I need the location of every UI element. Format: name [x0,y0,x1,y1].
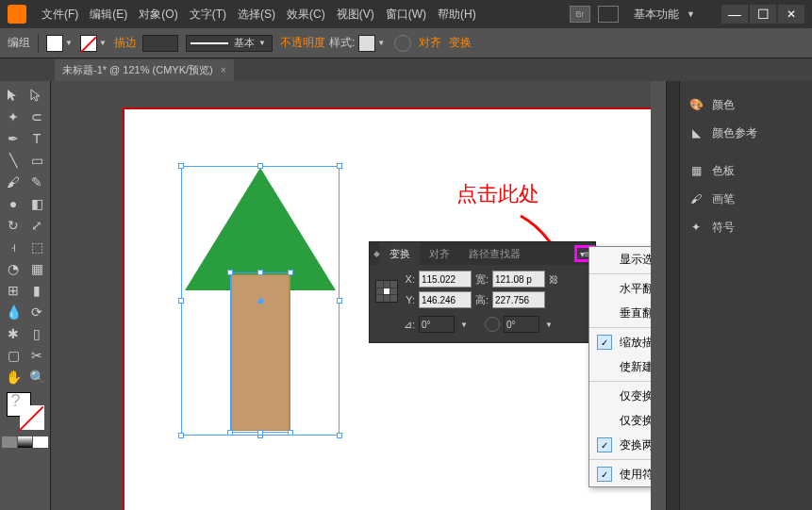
check-icon: ✓ [597,467,612,482]
toolbox: ✦⊂ ✒T ╲▭ 🖌✎ ●◧ ↻⤢ ⫞⬚ ◔▦ ⊞▮ 💧⟳ ✱▯ ▢✂ ✋🔍 ? [0,81,51,510]
selection-type-label: 编组 [8,35,30,51]
swatches-icon: ▦ [688,162,704,179]
blend-tool[interactable]: ⟳ [25,302,48,322]
perspective-tool[interactable]: ▦ [25,258,48,279]
tab-title: 未标题-1* @ 121% (CMYK/预览) [62,63,213,77]
style-label: 样式: [329,35,355,51]
magic-wand-tool[interactable]: ✦ [2,107,25,127]
menu-select[interactable]: 选择(S) [232,3,281,26]
eyedropper-tool[interactable]: 💧 [2,302,25,322]
opacity-label[interactable]: 不透明度 [280,35,325,51]
reference-point[interactable] [375,280,398,303]
scale-tool[interactable]: ⤢ [25,215,48,236]
stroke-profile[interactable]: 基本▼ [186,35,273,52]
panel-swatches[interactable]: ▦色板 [684,156,808,185]
stroke-label[interactable]: 描边 [114,35,137,51]
palette-icon: 🎨 [688,96,704,113]
arrange-docs-icon[interactable] [598,6,619,23]
artboard-tool[interactable]: ▢ [2,345,25,366]
selection-bounds-inner [230,272,290,433]
menu-window[interactable]: 窗口(W) [380,3,432,26]
stroke-weight-input[interactable] [142,35,178,52]
paintbrush-tool[interactable]: 🖌 [2,172,25,192]
recolor-icon[interactable] [394,35,411,52]
shape-builder-tool[interactable]: ◔ [2,258,25,279]
stroke-swatch[interactable] [80,35,97,52]
menu-effect[interactable]: 效果(C) [281,3,331,26]
height-input[interactable] [492,291,545,308]
rotate-tool[interactable]: ↻ [2,215,25,236]
transform-tab[interactable]: 变换 [380,242,420,265]
w-label: 宽: [475,272,489,287]
shear-input[interactable] [504,316,539,333]
pathfinder-tab[interactable]: 路径查找器 [459,242,530,265]
check-icon: ✓ [597,437,612,452]
panel-symbols[interactable]: ✦符号 [684,213,808,241]
color-guide-icon: ◣ [688,124,704,141]
fill-swatch[interactable] [46,35,63,52]
lasso-tool[interactable]: ⊂ [25,107,48,127]
panel-collapse-icon[interactable]: ◆ [373,249,380,258]
right-panel-dock: 🎨颜色 ◣颜色参考 ▦色板 🖌画笔 ✦符号 [666,81,812,510]
x-label: X: [402,273,415,285]
menu-edit[interactable]: 编辑(E) [84,3,133,26]
y-input[interactable] [419,291,472,308]
menu-type[interactable]: 文字(T) [184,3,232,26]
line-tool[interactable]: ╲ [2,150,25,171]
panel-dock-toggle[interactable] [667,81,680,510]
panel-brushes[interactable]: 🖌画笔 [684,185,808,213]
menu-file[interactable]: 文件(F) [36,3,84,26]
transform-label[interactable]: 变换 [449,35,472,51]
window-maximize[interactable]: ☐ [750,5,776,24]
document-tabbar: 未标题-1* @ 121% (CMYK/预览) × [0,58,812,81]
canvas-area[interactable]: 点击此处 ◆ 变换 对齐 路径查找器 ▾≡ [51,81,666,510]
free-transform-tool[interactable]: ⬚ [25,237,48,257]
rotate-label: ⊿: [402,319,415,331]
window-close[interactable]: ✕ [778,5,804,24]
check-icon: ✓ [597,335,612,350]
eraser-tool[interactable]: ◧ [25,193,48,214]
workspace-switcher[interactable]: 基本功能 [634,7,679,23]
rectangle-tool[interactable]: ▭ [25,150,48,171]
shear-icon [485,317,500,332]
x-input[interactable] [419,271,472,288]
menu-help[interactable]: 帮助(H) [432,3,482,26]
gradient-tool[interactable]: ▮ [25,280,48,301]
vertical-scrollbar[interactable] [651,81,666,510]
tab-close-icon[interactable]: × [221,65,226,75]
menu-object[interactable]: 对象(O) [133,3,183,26]
mesh-tool[interactable]: ⊞ [2,280,25,301]
type-tool[interactable]: T [25,128,48,149]
graphic-style-swatch[interactable] [358,35,375,52]
rotate-input[interactable] [419,316,455,333]
blob-brush-tool[interactable]: ● [2,193,25,214]
symbol-sprayer-tool[interactable]: ✱ [2,323,25,344]
constrain-link-icon[interactable]: ⛓ [549,274,562,285]
fill-stroke-control[interactable]: ? [7,392,44,430]
annotation-text: 点击此处 [456,180,539,208]
hand-tool[interactable]: ✋ [2,367,25,387]
menubar: 文件(F) 编辑(E) 对象(O) 文字(T) 选择(S) 效果(C) 视图(V… [0,0,812,28]
transform-panel: ◆ 变换 对齐 路径查找器 ▾≡ X: [369,241,596,343]
brushes-icon: 🖌 [688,190,704,207]
align-tab[interactable]: 对齐 [420,242,459,265]
selection-tool[interactable] [2,85,25,106]
zoom-tool[interactable]: 🔍 [25,367,48,387]
bridge-icon[interactable]: Br [570,6,590,23]
window-minimize[interactable]: ― [721,5,748,24]
slice-tool[interactable]: ✂ [25,345,48,366]
pen-tool[interactable]: ✒ [2,128,25,149]
document-tab[interactable]: 未标题-1* @ 121% (CMYK/预览) × [55,59,234,81]
panel-color[interactable]: 🎨颜色 [684,90,808,119]
pencil-tool[interactable]: ✎ [25,172,48,192]
width-input[interactable] [492,271,545,288]
menu-view[interactable]: 视图(V) [331,3,380,26]
draw-mode-buttons[interactable] [2,436,48,448]
panel-color-guide[interactable]: ◣颜色参考 [684,119,808,147]
h-label: 高: [475,293,489,307]
align-label[interactable]: 对齐 [419,35,441,51]
graph-tool[interactable]: ▯ [25,323,48,344]
direct-selection-tool[interactable] [25,85,48,106]
symbols-icon: ✦ [688,219,704,236]
width-tool[interactable]: ⫞ [2,237,25,257]
